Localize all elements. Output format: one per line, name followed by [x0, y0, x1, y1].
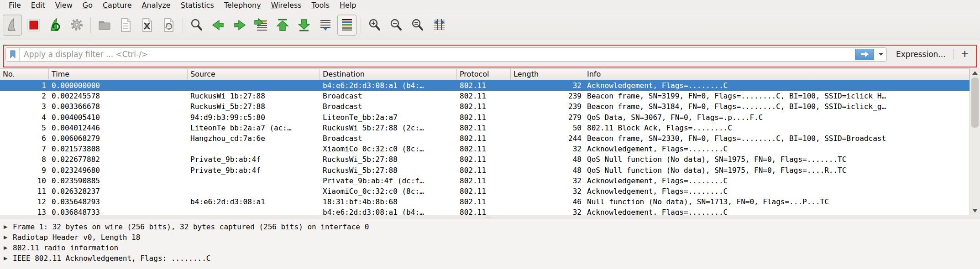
- open-file-folder-button[interactable]: [95, 15, 114, 36]
- packet-row[interactable]: 40.00400541094:d9:b3:99:c5:80LiteonTe_bb…: [0, 112, 970, 123]
- go-forward-button[interactable]: [230, 15, 249, 36]
- toolbar-separator: [361, 17, 361, 33]
- scrollbar-down-button[interactable]: [970, 207, 980, 214]
- cell-length: 32: [511, 80, 584, 91]
- pane-splitter[interactable]: ··········: [0, 215, 980, 219]
- zoom-in-icon: [367, 17, 383, 33]
- apply-filter-button[interactable]: [855, 49, 874, 60]
- cell-source: Private_9b:ab:4f: [188, 165, 320, 176]
- start-capture-shark-fin-button[interactable]: [3, 15, 22, 36]
- column-header-time[interactable]: Time: [49, 69, 188, 80]
- cell-no: 2: [0, 91, 49, 101]
- packet-row[interactable]: 120.035648293b4:e6:2d:d3:08:a118:31:bf:4…: [0, 197, 970, 207]
- expander-triangle-icon: ▶: [4, 234, 13, 240]
- packet-row[interactable]: 110.026328237XiaomiCo_0c:32:c0 (8c:…802.…: [0, 186, 970, 197]
- save-file-button[interactable]: [116, 15, 136, 36]
- packet-row[interactable]: 90.023249680Private_9b:ab:4fRuckusWi_5b:…: [0, 165, 970, 176]
- menu-item-statistics[interactable]: Statistics: [176, 0, 219, 10]
- expression-button[interactable]: Expression...: [896, 50, 946, 59]
- detail-tree-row[interactable]: ▶Frame 1: 32 bytes on wire (256 bits), 3…: [0, 222, 980, 232]
- scrollbar-up-button[interactable]: [970, 69, 980, 77]
- go-to-packet-icon: [253, 17, 269, 33]
- column-header-info[interactable]: Info: [584, 69, 970, 80]
- packet-row[interactable]: 50.004012446LiteonTe_bb:2a:a7 (ac:…Rucku…: [0, 123, 970, 133]
- stop-capture-button[interactable]: [24, 15, 43, 36]
- menu-bar: FileEditViewGoCaptureAnalyzeStatisticsTe…: [0, 0, 980, 10]
- packet-row[interactable]: 20.002245578RuckusWi_1b:27:88Broadcast80…: [0, 91, 970, 101]
- zoom-out-button[interactable]: [387, 15, 406, 36]
- cell-no: 8: [0, 154, 49, 165]
- menu-item-telephony[interactable]: Telephony: [219, 0, 266, 10]
- packet-row[interactable]: 100.023590885Private_9b:ab:4f (dc:f…802.…: [0, 176, 970, 186]
- packet-list-scrollbar[interactable]: [970, 68, 980, 215]
- auto-scroll-button[interactable]: [316, 15, 335, 36]
- find-packet-button[interactable]: [187, 15, 206, 36]
- filter-history-dropdown[interactable]: [875, 48, 886, 61]
- colorize-packets-icon: [339, 17, 355, 33]
- packet-row[interactable]: 30.003366678RuckusWi_5b:27:88Broadcast80…: [0, 101, 970, 112]
- packet-row[interactable]: 130.036848733b4:e6:2d:d3:08:a1 (b4:…802.…: [0, 207, 970, 215]
- detail-tree-row[interactable]: ▶Radiotap Header v0, Length 18: [0, 232, 980, 243]
- column-header-protocol[interactable]: Protocol: [457, 69, 511, 80]
- splitter-grip-icon: ··········: [484, 215, 495, 219]
- close-file-button[interactable]: [138, 15, 157, 36]
- cell-source: [188, 186, 320, 197]
- open-file-folder-icon: [97, 17, 112, 33]
- column-header-destination[interactable]: Destination: [320, 69, 457, 80]
- menu-item-wireless[interactable]: Wireless: [266, 0, 307, 10]
- packet-list-rows: 10.000000000b4:e6:2d:d3:08:a1 (b4:…802.1…: [0, 80, 970, 215]
- cell-source: RuckusWi_1b:27:88: [188, 91, 320, 101]
- menu-item-capture[interactable]: Capture: [98, 0, 137, 10]
- cell-time: 0.035648293: [49, 197, 188, 207]
- go-first-packet-button[interactable]: [273, 15, 292, 36]
- cell-protocol: 802.11: [457, 197, 511, 207]
- display-filter-input[interactable]: Apply a display filter ... <Ctrl-/>: [5, 47, 887, 62]
- column-header-source[interactable]: Source: [188, 69, 320, 80]
- menu-item-go[interactable]: Go: [78, 0, 98, 10]
- detail-row-text: Radiotap Header v0, Length 18: [13, 233, 140, 242]
- packet-row[interactable]: 60.006068279Hangzhou_cd:7a:6eBroadcast80…: [0, 133, 970, 144]
- resize-columns-icon: [431, 17, 447, 33]
- detail-row-text: IEEE 802.11 Acknowledgement, Flags: ....…: [13, 254, 210, 263]
- menu-item-view[interactable]: View: [50, 0, 78, 10]
- cell-protocol: 802.11: [457, 207, 511, 215]
- column-header-no[interactable]: No.: [0, 69, 49, 80]
- column-header-length[interactable]: Length: [511, 69, 584, 80]
- packet-row[interactable]: 10.000000000b4:e6:2d:d3:08:a1 (b4:…802.1…: [0, 80, 970, 91]
- cell-no: 7: [0, 144, 49, 154]
- menu-item-analyze[interactable]: Analyze: [137, 0, 176, 10]
- menu-item-tools[interactable]: Tools: [307, 0, 335, 10]
- zoom-in-button[interactable]: [365, 15, 384, 36]
- cell-length: 244: [511, 133, 584, 144]
- auto-scroll-icon: [318, 17, 333, 33]
- go-last-packet-icon: [296, 17, 312, 33]
- go-last-packet-button[interactable]: [294, 15, 314, 36]
- menu-item-file[interactable]: File: [4, 0, 26, 10]
- cell-source: [188, 176, 320, 186]
- menu-item-help[interactable]: Help: [335, 0, 361, 10]
- cell-info: Acknowledgement, Flags=........C: [584, 176, 970, 186]
- cell-destination: Private_9b:ab:4f (dc:f…: [320, 176, 457, 186]
- filter-bookmark-button[interactable]: [6, 48, 20, 61]
- expander-triangle-icon: ▶: [4, 255, 13, 261]
- packet-row[interactable]: 80.022677882Private_9b:ab:4fRuckusWi_5b:…: [0, 154, 970, 165]
- add-filter-button[interactable]: +: [960, 48, 975, 61]
- packet-row[interactable]: 70.021573808XiaomiCo_0c:32:c0 (8c:…802.1…: [0, 144, 970, 154]
- go-back-button[interactable]: [209, 15, 228, 36]
- scrollbar-thumb[interactable]: [971, 78, 979, 128]
- detail-tree-row[interactable]: ▶IEEE 802.11 Acknowledgement, Flags: ...…: [0, 253, 980, 264]
- reload-file-button[interactable]: [159, 15, 178, 36]
- go-to-packet-button[interactable]: [252, 15, 271, 36]
- detail-tree-row[interactable]: ▶802.11 radio information: [0, 243, 980, 253]
- capture-options-gear-button[interactable]: [67, 15, 86, 36]
- cell-time: 0.036848733: [49, 207, 188, 215]
- cell-source: [188, 80, 320, 91]
- zoom-reset-button[interactable]: [408, 15, 427, 36]
- menu-item-edit[interactable]: Edit: [26, 0, 50, 10]
- apply-arrow-icon: [860, 51, 869, 57]
- colorize-packets-button[interactable]: [337, 15, 356, 36]
- packet-list-pane: No.TimeSourceDestinationProtocolLengthIn…: [0, 68, 980, 215]
- cell-time: 0.000000000: [49, 80, 188, 91]
- restart-capture-button[interactable]: [46, 15, 65, 36]
- resize-columns-button[interactable]: [430, 15, 449, 36]
